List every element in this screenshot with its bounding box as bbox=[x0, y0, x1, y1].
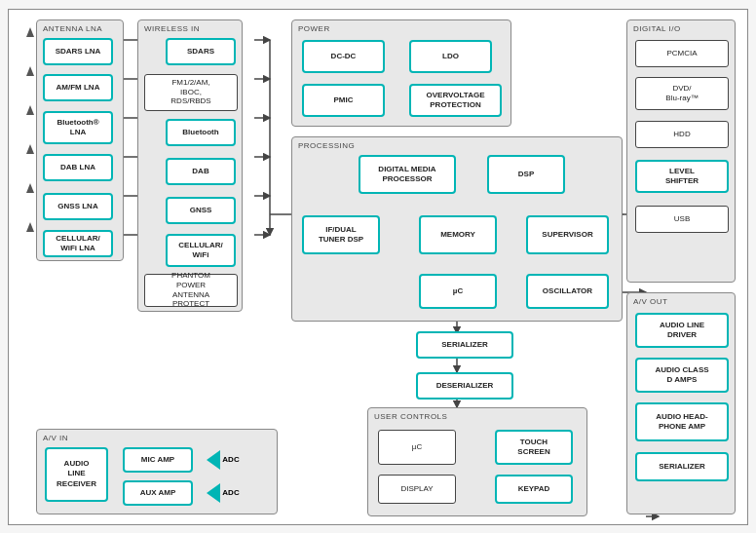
av-out-group: A/V OUT AUDIO LINEDRIVER AUDIO CLASSD AM… bbox=[626, 292, 736, 514]
antenna-5 bbox=[26, 183, 34, 193]
amfm-lna-box: AM/FM LNA bbox=[43, 74, 113, 101]
if-dual-tuner-box: IF/DUALTUNER DSP bbox=[302, 215, 380, 254]
aux-amp-box: AUX AMP bbox=[123, 480, 193, 506]
antenna-6 bbox=[26, 222, 34, 232]
user-controls-group: USER CONTROLS µC TOUCHSCREEN DISPLAY KEY… bbox=[367, 407, 587, 516]
digital-io-group: DIGITAL I/O PCMCIA DVD/Blu-ray™ HDD LEVE… bbox=[626, 19, 736, 283]
av-in-group: A/V IN AUDIOLINERECEIVER MIC AMP AUX AMP… bbox=[36, 429, 278, 514]
dab-box: DAB bbox=[166, 158, 236, 185]
level-shifter-box: LEVELSHIFTER bbox=[635, 160, 729, 193]
mic-amp-box: MIC AMP bbox=[123, 447, 193, 473]
overvoltage-box: OVERVOLTAGEPROTECTION bbox=[409, 84, 502, 117]
uc-ctrl-box: µC bbox=[378, 430, 456, 465]
antenna-3 bbox=[26, 105, 34, 115]
wireless-in-group: WIRELESS IN SDARS FM1/2/AM,IBOC,RDS/RBDS… bbox=[137, 19, 243, 312]
pmic-box: PMIC bbox=[302, 84, 385, 117]
antenna-lna-label: ANTENNA LNA bbox=[43, 24, 102, 33]
cellular-wifi-lna-box: CELLULAR/WiFi LNA bbox=[43, 230, 113, 257]
audio-line-driver-box: AUDIO LINEDRIVER bbox=[635, 313, 729, 348]
keypad-box: KEYPAD bbox=[495, 475, 573, 504]
wireless-in-label: WIRELESS IN bbox=[144, 24, 200, 33]
power-group: POWER DC-DC LDO PMIC OVERVOLTAGEPROTECTI… bbox=[291, 19, 511, 127]
serializer-box: SERIALIZER bbox=[416, 331, 513, 359]
dvd-bluray-box: DVD/Blu-ray™ bbox=[635, 77, 729, 110]
dcdc-box: DC-DC bbox=[302, 40, 385, 73]
supervisor-box: SUPERVISOR bbox=[526, 215, 609, 254]
fm-iboc-box: FM1/2/AM,IBOC,RDS/RBDS bbox=[144, 74, 238, 111]
av-in-label: A/V IN bbox=[43, 434, 68, 442]
bluetooth-box: Bluetooth bbox=[166, 119, 236, 146]
antenna-lna-group: ANTENNA LNA SDARS LNA AM/FM LNA Bluetoot… bbox=[36, 19, 124, 261]
antenna-1 bbox=[26, 27, 34, 37]
memory-box: MEMORY bbox=[419, 215, 497, 254]
gnss-lna-box: GNSS LNA bbox=[43, 193, 113, 220]
block-diagram: ANTENNA LNA SDARS LNA AM/FM LNA Bluetoot… bbox=[8, 9, 748, 525]
user-controls-label: USER CONTROLS bbox=[374, 412, 447, 421]
antenna-2 bbox=[26, 66, 34, 76]
audio-class-d-box: AUDIO CLASSD AMPS bbox=[635, 358, 729, 393]
oscillator-box: OSCILLATOR bbox=[526, 274, 609, 309]
processing-label: PROCESSING bbox=[298, 141, 355, 150]
sdars-box: SDARS bbox=[166, 38, 236, 65]
av-out-label: A/V OUT bbox=[633, 297, 668, 306]
deserializer-box: DESERIALIZER bbox=[416, 372, 513, 400]
digital-media-box: DIGITAL MEDIAPROCESSOR bbox=[359, 155, 456, 194]
dsp-box: DSP bbox=[487, 155, 565, 194]
power-label: POWER bbox=[298, 24, 330, 33]
phantom-box: PHANTOMPOWERANTENNAPROTECT bbox=[144, 274, 238, 307]
cellular-wifi-box: CELLULAR/WiFi bbox=[166, 234, 236, 267]
audio-headphone-box: AUDIO HEAD-PHONE AMP bbox=[635, 402, 729, 441]
hdd-box: HDD bbox=[635, 121, 729, 148]
display-box: DISPLAY bbox=[378, 475, 456, 504]
usb-box: USB bbox=[635, 206, 729, 233]
audio-line-receiver-box: AUDIOLINERECEIVER bbox=[45, 447, 108, 502]
ldo-box: LDO bbox=[409, 40, 492, 73]
bluetooth-lna-box: Bluetooth®LNA bbox=[43, 111, 113, 144]
processing-group: PROCESSING DIGITAL MEDIAPROCESSOR DSP IF… bbox=[291, 136, 623, 322]
digital-io-label: DIGITAL I/O bbox=[633, 24, 681, 33]
sdars-lna-box: SDARS LNA bbox=[43, 38, 113, 65]
pcmcia-box: PCMCIA bbox=[635, 40, 729, 67]
touch-screen-box: TOUCHSCREEN bbox=[495, 430, 573, 465]
uc-proc-box: µC bbox=[419, 274, 497, 309]
gnss-box: GNSS bbox=[166, 197, 236, 224]
serializer-out-box: SERIALIZER bbox=[635, 452, 729, 481]
antenna-4 bbox=[26, 144, 34, 154]
dab-lna-box: DAB LNA bbox=[43, 154, 113, 181]
